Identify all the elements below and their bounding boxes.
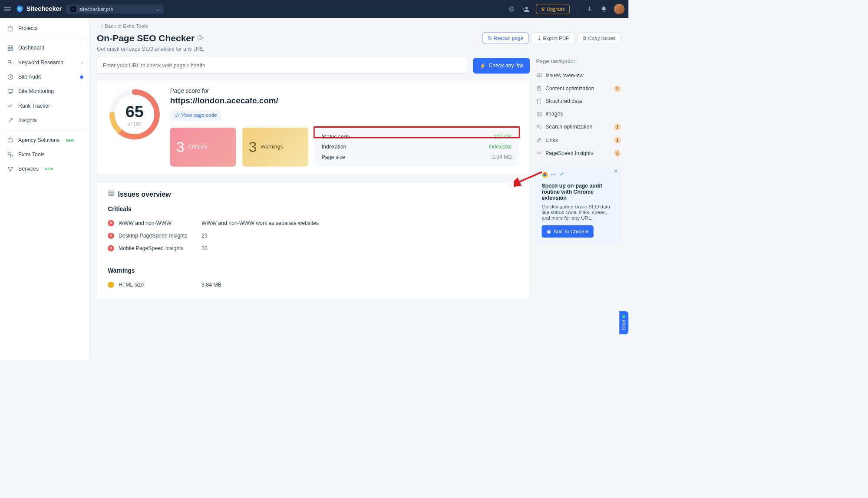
btn-label: Add To Chrome xyxy=(554,229,588,234)
view-code-button[interactable]: ‹/› View page code xyxy=(170,110,221,121)
menu-icon[interactable] xyxy=(4,5,11,13)
view-code-label: View page code xyxy=(181,112,217,118)
pnav-label: Content optimization xyxy=(545,86,594,92)
url-input[interactable] xyxy=(97,58,468,73)
svg-rect-18 xyxy=(109,193,114,194)
chat-tab[interactable]: Chat xyxy=(619,311,628,334)
check-link-button[interactable]: ⚡ Check any link xyxy=(473,58,530,73)
warnings-stat[interactable]: 3 Warnings xyxy=(242,128,308,167)
copy-label: Copy issues xyxy=(588,35,615,41)
sidebar-site-monitoring[interactable]: Site Monitoring xyxy=(0,84,89,99)
bell-icon[interactable] xyxy=(600,4,608,13)
sidebar-rank-tracker[interactable]: Rank Tracker xyxy=(0,99,89,113)
score-card: 65 of 100 Page score for https://london.… xyxy=(97,80,530,175)
invite-user-icon[interactable] xyxy=(521,4,530,13)
issue-value: 29 xyxy=(201,233,208,239)
briefcase-icon xyxy=(7,137,14,144)
export-pdf-button[interactable]: ⤓ Export PDF xyxy=(531,33,574,44)
status-value: 200 OK xyxy=(494,134,512,140)
warnings-label: Warnings xyxy=(261,144,283,150)
sidebar-label: Extra Tools xyxy=(18,152,45,158)
brackets-icon xyxy=(536,99,542,105)
criticals-stat[interactable]: 3 Criticals xyxy=(170,128,236,167)
criticals-label: Criticals xyxy=(188,144,207,150)
svg-rect-12 xyxy=(10,155,13,157)
sidebar-projects[interactable]: Projects xyxy=(0,21,89,36)
sidebar-label: Services xyxy=(18,166,39,172)
sidebar-agency[interactable]: Agency Solutions NEW xyxy=(0,133,89,147)
chrome-extension-promo: ✕ ‹·› Speed up on-page audit routine wit… xyxy=(536,166,620,244)
code-icon: ‹/› xyxy=(175,112,179,118)
back-link[interactable]: ‹ Back to Extra Tools xyxy=(101,23,621,29)
chevron-right-icon: › xyxy=(82,59,83,66)
help-hint-icon[interactable]: ⓘ xyxy=(198,35,203,41)
sidebar-site-audit[interactable]: Site Audit xyxy=(0,70,89,84)
svg-rect-19 xyxy=(109,195,114,196)
svg-point-7 xyxy=(8,60,10,63)
svg-point-14 xyxy=(11,167,12,168)
sidebar-insights[interactable]: Insights xyxy=(0,113,89,128)
avatar[interactable] xyxy=(614,3,625,14)
issue-row[interactable]: ! HTML size 3.84 MB xyxy=(108,278,518,291)
issue-row[interactable]: ✕ Mobile PageSpeed Insights 20 xyxy=(108,242,518,254)
issues-overview-title: Issues overview xyxy=(118,190,171,198)
upgrade-button[interactable]: ♛ Upgrade xyxy=(536,4,570,14)
chrome-icon xyxy=(541,171,548,180)
pnav-issues-overview[interactable]: Issues overview xyxy=(536,69,620,82)
rescan-label: Rescan page xyxy=(494,35,523,41)
download-icon[interactable] xyxy=(585,4,594,13)
help-icon[interactable]: ? xyxy=(507,4,516,13)
new-badge: NEW xyxy=(45,167,53,171)
tag-search-icon xyxy=(7,59,14,66)
issue-row[interactable]: ✕ WWW and non-WWW WWW and non-WWW work a… xyxy=(108,217,518,230)
pnav-structured[interactable]: Structured data xyxy=(536,95,620,108)
status-key: Status code xyxy=(322,134,350,140)
issue-row[interactable]: ✕ Desktop PageSpeed Insights 29 xyxy=(108,230,518,242)
site-dropdown[interactable]: sitechecker.pro ⌄ xyxy=(66,4,163,14)
bolt-icon: ⚡ xyxy=(479,63,486,69)
chat-label: Chat xyxy=(621,320,627,330)
size-value: 3.84 MB xyxy=(492,154,512,160)
chevron-left-icon: ‹ xyxy=(101,23,103,29)
crown-icon: ♛ xyxy=(541,6,545,12)
pnav-images[interactable]: Images xyxy=(536,108,620,120)
sidebar-label: Site Audit xyxy=(18,74,41,80)
chevron-down-icon: ⌄ xyxy=(156,6,160,12)
pnav-links[interactable]: Links 1 xyxy=(536,134,620,147)
sidebar-keyword-research[interactable]: Keyword Research › xyxy=(0,55,89,69)
reload-icon: ↻ xyxy=(488,35,492,41)
score-of: of 100 xyxy=(128,121,142,127)
criticals-count: 3 xyxy=(176,139,185,155)
download-icon: ⤓ xyxy=(537,35,541,41)
pnav-label: Issues overview xyxy=(545,73,584,79)
issue-value: 20 xyxy=(201,245,208,251)
promo-title: Speed up on-page audit routine with Chro… xyxy=(541,183,615,201)
promo-text: Quickly gather basic SEO data like statu… xyxy=(541,204,615,221)
page-title: On-Page SEO Checker ⓘ xyxy=(97,33,203,43)
sidebar-services[interactable]: Services NEW xyxy=(0,162,89,176)
sidebar-extra-tools[interactable]: Extra Tools xyxy=(0,148,89,162)
add-to-chrome-button[interactable]: ◉ Add To Chrome xyxy=(541,225,593,237)
sidebar-dashboard[interactable]: Dashboard xyxy=(0,41,89,55)
link-icon xyxy=(536,137,542,143)
brand-logo[interactable]: Sitechecker xyxy=(16,5,62,13)
sidebar-label: Insights xyxy=(18,117,36,123)
pnav-search-opt[interactable]: Search optimization 1 xyxy=(536,120,620,133)
list-icon xyxy=(536,73,542,79)
pnav-pagespeed[interactable]: PageSpeed Insights 2 xyxy=(536,147,620,160)
score-value: 65 xyxy=(125,102,144,121)
issues-overview-card: Issues overview Criticals ✕ WWW and non-… xyxy=(97,182,530,299)
close-icon[interactable]: ✕ xyxy=(614,168,617,174)
copy-issues-button[interactable]: ⧉ Copy issues xyxy=(578,33,621,44)
site-dropdown-label: sitechecker.pro xyxy=(79,6,113,12)
svg-rect-11 xyxy=(8,152,10,155)
pnav-label: Images xyxy=(545,111,563,117)
criticals-section-title: Criticals xyxy=(108,205,518,212)
svg-rect-17 xyxy=(109,191,114,192)
index-value: Indexable xyxy=(488,144,512,150)
rescan-button[interactable]: ↻ Rescan page xyxy=(482,33,529,44)
pnav-content-opt[interactable]: Content optimization 2 xyxy=(536,82,620,95)
check-label: Check any link xyxy=(488,63,523,69)
export-label: Export PDF xyxy=(543,35,569,41)
pnav-badge: 1 xyxy=(614,124,621,131)
